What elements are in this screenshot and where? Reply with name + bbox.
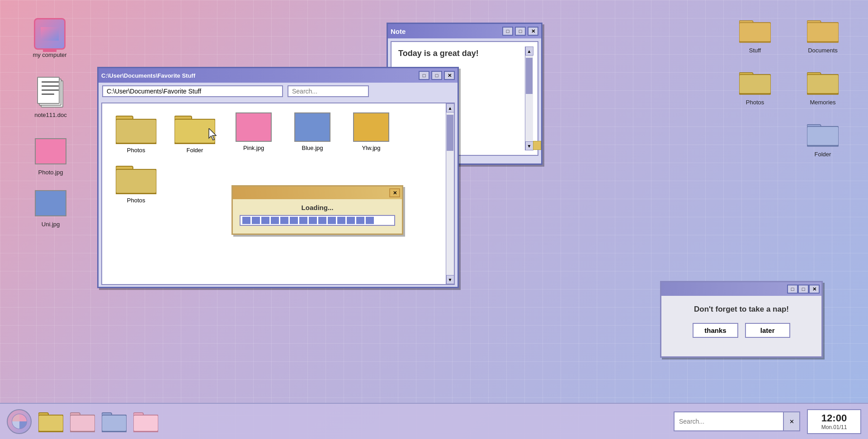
progress-block bbox=[280, 217, 288, 224]
svg-rect-18 bbox=[116, 119, 156, 143]
progress-bar bbox=[241, 217, 393, 224]
taskbar-search-input[interactable] bbox=[675, 418, 783, 425]
cursor-icon bbox=[208, 128, 219, 144]
progress-block bbox=[290, 217, 298, 224]
svg-rect-9 bbox=[739, 75, 771, 93]
explorer-scroll-track[interactable] bbox=[446, 112, 454, 275]
clock-time: 12:00 bbox=[821, 412, 847, 424]
scroll-down-btn[interactable]: ▼ bbox=[525, 141, 533, 150]
taskbar-folder-2[interactable] bbox=[70, 411, 95, 432]
desktop-icon-photos-right-label: Photos bbox=[746, 99, 764, 106]
explorer-maximize-btn[interactable]: □ bbox=[431, 71, 442, 80]
note-scroll-indicator bbox=[533, 141, 541, 150]
taskbar-start-button[interactable] bbox=[7, 409, 32, 434]
scroll-thumb bbox=[526, 58, 533, 94]
svg-rect-32 bbox=[70, 415, 95, 431]
taskbar-folder-icon-2 bbox=[70, 411, 95, 432]
explorer-minimize-btn[interactable]: □ bbox=[419, 71, 429, 80]
desktop-icon-documents[interactable]: Documents bbox=[800, 14, 845, 54]
explorer-scroll-down[interactable]: ▼ bbox=[446, 275, 454, 284]
pink-jpg-thumbnail bbox=[236, 112, 272, 142]
desktop-icon-stuff[interactable]: Stuff bbox=[732, 14, 778, 54]
taskbar-folder-4[interactable] bbox=[133, 411, 158, 432]
folder-icon-memories bbox=[807, 67, 839, 96]
notification-titlebar[interactable]: □ □ ✕ bbox=[661, 282, 821, 296]
scroll-track[interactable] bbox=[525, 56, 533, 141]
taskbar-folder-3[interactable] bbox=[102, 411, 127, 432]
desktop-icon-note[interactable]: note111.doc bbox=[28, 76, 73, 118]
desktop-icon-folder-right-label: Folder bbox=[815, 151, 831, 158]
note-close-btn[interactable]: ✕ bbox=[528, 27, 538, 36]
desktop-icon-uni[interactable]: Uni.jpg bbox=[28, 187, 73, 228]
desktop-icon-photos-right[interactable]: Photos bbox=[732, 65, 778, 106]
explorer-scroll-up[interactable]: ▲ bbox=[446, 103, 454, 112]
progress-block bbox=[299, 217, 307, 224]
address-bar[interactable] bbox=[102, 85, 283, 97]
file-item-yellow[interactable]: Ylw.jpg bbox=[346, 112, 396, 154]
file-item-photos[interactable]: Photos bbox=[111, 112, 161, 154]
scroll-up-btn[interactable]: ▲ bbox=[525, 47, 533, 56]
svg-marker-22 bbox=[209, 128, 216, 140]
explorer-titlebar[interactable]: C:\User\Documents\Favorite Stuff □ □ ✕ bbox=[99, 68, 458, 83]
folder-icon-stuff bbox=[739, 15, 771, 44]
thanks-button[interactable]: thanks bbox=[693, 323, 738, 338]
progress-block bbox=[347, 217, 355, 224]
desktop-icon-stuff-label: Stuff bbox=[749, 47, 761, 54]
explorer-close-btn[interactable]: ✕ bbox=[444, 71, 455, 80]
desktop-icon-my-computer[interactable]: my computer bbox=[27, 18, 72, 58]
svg-rect-15 bbox=[807, 126, 839, 145]
note-scrollbar[interactable]: ▲ ▼ bbox=[525, 47, 533, 150]
svg-rect-12 bbox=[807, 75, 839, 93]
desktop-icon-photo[interactable]: Photo.jpg bbox=[28, 135, 73, 176]
explorer-scrollbar[interactable]: ▲ ▼ bbox=[446, 103, 454, 284]
yellow-jpg-thumbnail bbox=[353, 112, 389, 142]
desktop-icon-uni-label: Uni.jpg bbox=[42, 221, 60, 228]
file-item-photos-2[interactable]: Photos bbox=[111, 163, 161, 204]
file-item-pink[interactable]: Pink.jpg bbox=[229, 112, 278, 154]
explorer-search[interactable] bbox=[288, 85, 369, 97]
file-item-blue[interactable]: Blue.jpg bbox=[288, 112, 337, 154]
loading-close-btn[interactable]: ✕ bbox=[389, 188, 400, 197]
note-maximize-btn[interactable]: □ bbox=[515, 27, 526, 36]
progress-block bbox=[309, 217, 317, 224]
file-label-photos-2: Photos bbox=[127, 197, 145, 204]
file-label-blue: Blue.jpg bbox=[302, 145, 323, 151]
loading-dialog: ✕ Loading... bbox=[231, 185, 403, 235]
loading-titlebar[interactable]: ✕ bbox=[233, 187, 402, 199]
explorer-scroll-thumb bbox=[447, 115, 453, 151]
note-titlebar[interactable]: Note □ □ ✕ bbox=[388, 24, 541, 38]
taskbar-folder-1[interactable] bbox=[38, 411, 63, 432]
svg-rect-6 bbox=[807, 23, 839, 42]
file-item-folder[interactable]: Folder bbox=[170, 112, 220, 154]
progress-block bbox=[252, 217, 260, 224]
desktop-icon-my-computer-label: my computer bbox=[33, 51, 66, 58]
taskbar-search-button[interactable]: ✕ bbox=[783, 412, 799, 430]
progress-block bbox=[366, 217, 374, 224]
progress-block bbox=[337, 217, 345, 224]
desktop-icon-folder-right[interactable]: Folder bbox=[800, 117, 845, 158]
later-button[interactable]: later bbox=[745, 323, 790, 338]
notification-dialog: □ □ ✕ Don't forget to take a nap! thanks… bbox=[660, 281, 823, 358]
note-minimize-btn[interactable]: □ bbox=[502, 27, 513, 36]
progress-block bbox=[261, 217, 269, 224]
svg-rect-3 bbox=[739, 23, 771, 42]
desktop-icon-memories-label: Memories bbox=[810, 99, 835, 106]
notif-minimize-btn[interactable]: □ bbox=[787, 285, 798, 294]
svg-rect-29 bbox=[38, 415, 63, 431]
explorer-title: C:\User\Documents\Favorite Stuff bbox=[101, 72, 195, 79]
notif-close-btn[interactable]: ✕ bbox=[809, 285, 820, 294]
pie-chart-icon bbox=[11, 413, 28, 430]
explorer-toolbar bbox=[99, 83, 458, 100]
svg-rect-25 bbox=[116, 169, 156, 193]
desktop-icon-note-label: note111.doc bbox=[34, 112, 67, 118]
desktop-icon-memories[interactable]: Memories bbox=[800, 65, 845, 106]
notification-content: Don't forget to take a nap! thanks later bbox=[661, 296, 821, 345]
notification-buttons: thanks later bbox=[668, 323, 815, 338]
desktop-icon-documents-label: Documents bbox=[808, 47, 838, 54]
folder-icon-documents bbox=[807, 15, 839, 44]
taskbar-folder-icon-1 bbox=[38, 411, 63, 432]
progress-block bbox=[356, 217, 364, 224]
progress-bar-container bbox=[240, 215, 395, 226]
note-window-title: Note bbox=[391, 28, 406, 35]
notif-maximize-btn[interactable]: □ bbox=[798, 285, 809, 294]
